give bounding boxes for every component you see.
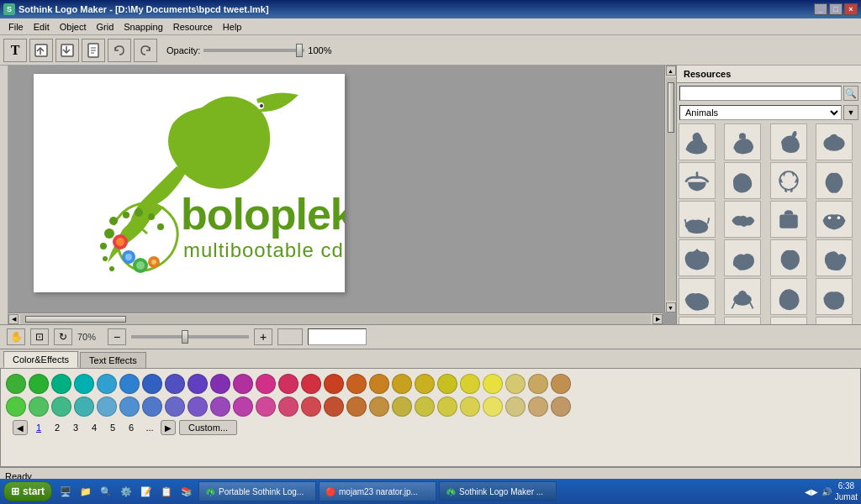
quicklaunch-5[interactable]: 📝 [137, 482, 156, 501]
start-button[interactable]: ⊞ start [3, 481, 52, 501]
canvas[interactable]: boloplek multibootable cd [34, 74, 345, 292]
page-2[interactable]: 2 [50, 420, 65, 435]
color-swatch[interactable] [119, 374, 140, 394]
resource-item[interactable] [724, 317, 761, 324]
taskbar-item-3[interactable]: 🦚 Sothink Logo Maker ... [439, 481, 557, 501]
category-expand-button[interactable]: ▼ [843, 105, 858, 120]
resource-item[interactable] [770, 162, 807, 199]
resource-item[interactable] [724, 162, 761, 199]
page-4[interactable]: 4 [87, 420, 102, 435]
maximize-button[interactable]: □ [829, 3, 843, 15]
quicklaunch-6[interactable]: 📋 [157, 482, 176, 501]
menu-edit[interactable]: Edit [29, 20, 55, 34]
resource-item[interactable] [679, 239, 716, 276]
toolbar-redo-btn[interactable] [134, 39, 157, 62]
color-swatch[interactable] [119, 396, 140, 417]
color-swatch[interactable] [369, 396, 389, 417]
resource-item[interactable] [816, 278, 853, 315]
quicklaunch-2[interactable]: 📁 [77, 482, 95, 501]
color-swatch[interactable] [278, 374, 298, 394]
color-swatch[interactable] [528, 396, 548, 417]
resources-search-input[interactable] [679, 86, 842, 101]
tab-color-effects[interactable]: Color&Effects [3, 351, 78, 368]
color-swatch[interactable] [97, 396, 117, 417]
color-swatch[interactable] [210, 396, 230, 417]
toolbar-undo-btn[interactable] [108, 39, 131, 62]
resource-item[interactable] [770, 317, 807, 324]
resource-item[interactable] [816, 317, 853, 324]
color-swatch[interactable] [324, 396, 344, 417]
search-button[interactable]: 🔍 [843, 86, 858, 101]
color-swatch[interactable] [551, 374, 571, 394]
quicklaunch-7[interactable]: 📚 [177, 482, 196, 501]
color-swatch[interactable] [210, 374, 230, 394]
window-controls[interactable]: _ □ × [814, 3, 858, 15]
color-swatch[interactable] [415, 374, 435, 394]
scroll-right-arrow[interactable]: ▶ [652, 314, 663, 324]
resource-item[interactable] [724, 278, 761, 315]
color-swatch[interactable] [51, 396, 71, 417]
color-swatch[interactable] [256, 374, 276, 394]
scroll-left-arrow[interactable]: ◀ [8, 314, 18, 324]
color-swatch[interactable] [142, 396, 162, 417]
color-swatch[interactable] [51, 374, 71, 394]
custom-button[interactable]: Custom... [179, 420, 237, 435]
toolbar-import-btn[interactable] [29, 39, 53, 62]
color-swatch[interactable] [415, 396, 435, 417]
close-button[interactable]: × [844, 3, 858, 15]
color-swatch[interactable] [505, 374, 526, 394]
color-swatch[interactable] [97, 374, 117, 394]
taskbar-item-2[interactable]: 🔴 mojam23 narator.jp... [319, 481, 436, 501]
color-swatch[interactable] [528, 374, 548, 394]
color-swatch[interactable] [165, 396, 185, 417]
resource-item[interactable] [724, 123, 761, 160]
vertical-scrollbar[interactable]: ▲ ▼ [664, 66, 676, 312]
color-swatch[interactable] [188, 396, 208, 417]
scroll-up-arrow[interactable]: ▲ [666, 66, 676, 76]
category-select[interactable]: Animals [679, 105, 842, 120]
resource-item[interactable] [679, 278, 716, 315]
resource-item[interactable] [816, 239, 853, 276]
color-swatch[interactable] [460, 396, 480, 417]
color-swatch[interactable] [392, 374, 412, 394]
color-swatch[interactable] [74, 396, 94, 417]
color-swatch[interactable] [392, 396, 412, 417]
menu-grid[interactable]: Grid [92, 20, 119, 34]
color-swatch[interactable] [188, 374, 208, 394]
rotate-button[interactable]: ↻ [54, 328, 72, 345]
color-swatch[interactable] [278, 396, 298, 417]
menu-object[interactable]: Object [55, 20, 92, 34]
resource-item[interactable] [816, 162, 853, 199]
color-swatch[interactable] [142, 374, 162, 394]
color-swatch[interactable] [301, 396, 321, 417]
resource-item[interactable] [770, 278, 807, 315]
taskbar-item-1[interactable]: 🦚 Portable Sothink Log... [198, 481, 316, 501]
menu-snapping[interactable]: Snapping [119, 20, 168, 34]
color-swatch[interactable] [551, 396, 571, 417]
color-swatch[interactable] [301, 374, 321, 394]
resource-item[interactable] [679, 162, 716, 199]
page-1[interactable]: 1 [31, 420, 46, 435]
menu-help[interactable]: Help [218, 20, 247, 34]
resource-item[interactable] [770, 123, 807, 160]
page-5[interactable]: 5 [105, 420, 120, 435]
zoom-slider[interactable] [131, 335, 249, 339]
resource-item[interactable] [770, 239, 807, 276]
color-swatch[interactable] [324, 374, 344, 394]
resource-item[interactable] [770, 201, 807, 238]
resource-item[interactable] [679, 201, 716, 238]
color-swatch[interactable] [233, 374, 253, 394]
horizontal-scrollbar[interactable]: ◀ ▶ [8, 312, 663, 324]
color-preview[interactable] [277, 328, 303, 345]
zoom-in-button[interactable]: + [254, 328, 272, 345]
color-swatch[interactable] [233, 396, 253, 417]
quicklaunch-1[interactable]: 🖥️ [56, 482, 75, 501]
canvas-size-input[interactable]: 550*400 [308, 328, 367, 345]
page-3[interactable]: 3 [68, 420, 83, 435]
scroll-down-arrow[interactable]: ▼ [666, 302, 676, 312]
tab-text-effects[interactable]: Text Effects [80, 352, 146, 368]
hand-tool-button[interactable]: ✋ [7, 328, 25, 345]
fit-page-button[interactable]: ⊡ [30, 328, 49, 345]
resource-item[interactable] [724, 201, 761, 238]
resource-item[interactable] [816, 123, 853, 160]
